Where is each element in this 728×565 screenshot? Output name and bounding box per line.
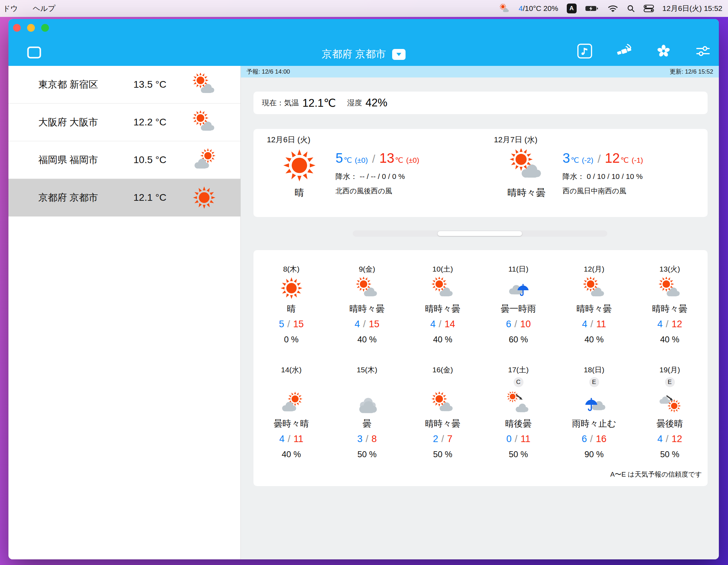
amedas-note-icon[interactable] [577, 43, 593, 59]
sun-cloud-icon[interactable] [499, 4, 510, 13]
sun-cloud-icon [356, 277, 378, 299]
sun-cloud-icon [659, 277, 681, 299]
sidebar-location-row[interactable]: 東京都 新宿区 13.5 °C [8, 66, 240, 104]
menubar-clock[interactable]: 12月6日(火) 15:52 [663, 4, 722, 13]
temp-separator: / [590, 319, 593, 330]
menubar-item-help[interactable]: ヘルプ [33, 4, 55, 13]
location-dropdown-button[interactable] [392, 49, 406, 60]
high-temp: 8 [371, 434, 377, 445]
low-temp: 6 [582, 434, 587, 445]
weather-label: 晴時々曇 [425, 303, 460, 315]
weekly-forecast-cell: 9(金) 晴時々曇 4 / 15 40 % [329, 264, 405, 344]
sidebar-location-row[interactable]: 福岡県 福岡市 10.5 °C [8, 141, 240, 179]
location-temp: 12.1 °C [133, 192, 183, 203]
forecast-tabs [353, 230, 607, 237]
high-temp: 11 [521, 434, 531, 445]
settings-sliders-icon[interactable] [695, 43, 711, 59]
weekly-date: 13(火) [659, 264, 680, 274]
low-temp: 4 [657, 434, 663, 445]
cloud-icon [356, 392, 378, 414]
current-temp-value: 12.1℃ [302, 97, 336, 110]
high-temp: 7 [447, 434, 452, 445]
sun-cloud-icon [193, 111, 216, 134]
low-temp: 3 [357, 434, 363, 445]
weekly-date: 10(土) [432, 264, 453, 274]
satellite-icon[interactable] [616, 43, 632, 59]
low-temp: 4 [279, 434, 284, 445]
weekly-date: 18(日) [584, 365, 604, 375]
weather-label: 曇一時雨 [501, 303, 536, 315]
weekly-temps: 6 / 16 [582, 434, 607, 445]
weekly-forecast-cell: 14(水) 曇時々晴 4 / 11 40 % [253, 365, 329, 459]
wind-line: 北西の風後西の風 [335, 186, 419, 196]
control-center-icon[interactable] [644, 5, 654, 12]
battery-icon[interactable] [585, 5, 599, 12]
high-temp: 11 [294, 434, 303, 445]
sidebar-location-row[interactable]: 京都府 京都市 12.1 °C [8, 179, 240, 217]
high-temp: 12 [672, 434, 682, 445]
sun-cloud-icon [510, 149, 543, 182]
zoom-button[interactable] [41, 24, 49, 32]
temp-separator: / [372, 153, 375, 166]
weekly-forecast-cell: 18(日) E 雨時々止む 6 / 16 90 % [556, 365, 632, 459]
weekly-date: 8(木) [283, 264, 300, 274]
high-temp: 13℃(±0) [379, 151, 419, 166]
tab[interactable] [438, 231, 522, 236]
high-temp: 12 [672, 319, 682, 330]
sidebar-location-row[interactable]: 大阪府 大阪市 12.2 °C [8, 104, 240, 141]
humidity-value: 42% [365, 97, 387, 109]
low-temp: 4 [430, 319, 435, 330]
sun-cloud-icon [193, 73, 216, 96]
tab[interactable] [522, 231, 607, 236]
temp-separator: / [666, 319, 669, 330]
menubar-weather-status[interactable]: 4/10°C 20% [519, 4, 558, 13]
close-button[interactable] [13, 24, 21, 32]
weekly-date: 17(土) [508, 365, 528, 375]
day-temps: 3℃(-2) / 12℃(-1) [563, 151, 643, 166]
weather-label: 晴後曇 [505, 418, 532, 429]
precip-percent: 40 % [660, 335, 679, 344]
precip-line: 降水： -- / -- / 0 / 0 % [335, 172, 419, 181]
weekly-date: 14(水) [281, 365, 301, 375]
weekly-temps: 3 / 8 [357, 434, 377, 445]
input-source-badge[interactable]: A [567, 4, 577, 13]
reliability-badge: E [589, 377, 599, 387]
weekly-forecast-cell: 19(月) E 曇後晴 4 / 12 50 % [632, 365, 708, 459]
weekly-forecast-cell: 8(木) 晴 5 / 15 0 % [253, 264, 329, 344]
temp-separator: / [363, 319, 366, 330]
forecast-day-panel: 12月7日 (水) 晴時々曇 3℃(-2) / 12℃(-1) 降水： 0 / … [481, 129, 708, 217]
tab[interactable] [353, 231, 438, 236]
weekly-forecast-cell: 15(木) 曇 3 / 8 50 % [329, 365, 405, 459]
current-temp-label: 現在：気温 [262, 98, 299, 108]
location-title: 京都府 京都市 [322, 47, 386, 61]
temp-separator: / [287, 319, 290, 330]
high-temp: 15 [369, 319, 379, 330]
weekly-date: 15(木) [357, 365, 377, 375]
window-controls [13, 24, 49, 32]
temp-separator: / [366, 434, 369, 445]
two-day-forecast-card: 12月6日 (火) 晴 5℃(±0) / 13℃(±0) 降水： -- / --… [253, 129, 708, 217]
weather-label: 雨時々止む [572, 418, 616, 429]
high-temp: 10 [520, 319, 531, 330]
menubar: ドウ ヘルプ 4/10°C 20% A 12月6日(火) 15:52 [0, 0, 728, 17]
minimize-button[interactable] [27, 24, 35, 32]
weekly-temps: 4 / 12 [657, 319, 682, 330]
wifi-icon[interactable] [608, 5, 618, 12]
temp-separator: / [515, 434, 517, 445]
low-temp: 0 [506, 434, 512, 445]
sun-cloud-icon [432, 392, 454, 414]
weekly-temps: 6 / 10 [506, 319, 531, 330]
temp-separator: / [666, 434, 669, 445]
precip-percent: 50 % [357, 449, 377, 459]
menubar-item-window[interactable]: ドウ [3, 4, 18, 13]
weekly-temps: 0 / 11 [506, 434, 531, 445]
search-icon[interactable] [627, 4, 635, 13]
current-conditions-card: 現在：気温 12.1℃ 湿度 42% [253, 92, 708, 114]
temp-separator: / [514, 319, 517, 330]
precip-percent: 40 % [282, 449, 301, 459]
chevron-down-icon [395, 50, 403, 58]
sun-cloud-icon [583, 277, 605, 299]
pollen-flower-icon[interactable] [655, 43, 672, 59]
location-name: 東京都 新宿区 [38, 78, 133, 91]
weekly-forecast-cell: 11(日) 曇一時雨 6 / 10 60 % [481, 264, 556, 344]
